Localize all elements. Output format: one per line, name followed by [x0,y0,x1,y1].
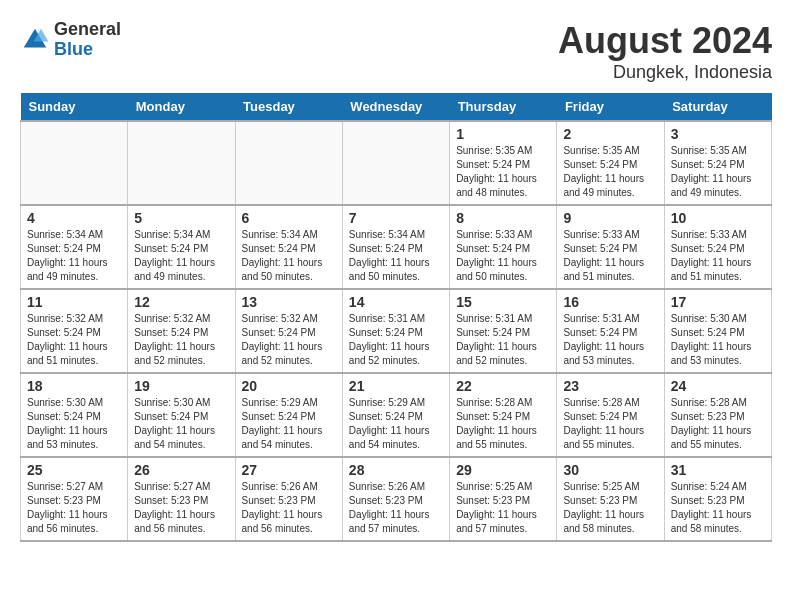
page-title: August 2024 [558,20,772,62]
day-info: Sunrise: 5:34 AM Sunset: 5:24 PM Dayligh… [134,228,228,284]
day-number: 6 [242,210,336,226]
day-info: Sunrise: 5:26 AM Sunset: 5:23 PM Dayligh… [349,480,443,536]
day-number: 22 [456,378,550,394]
calendar-table: SundayMondayTuesdayWednesdayThursdayFrid… [20,93,772,542]
calendar-week-row: 18Sunrise: 5:30 AM Sunset: 5:24 PM Dayli… [21,373,772,457]
day-number: 9 [563,210,657,226]
calendar-header-row: SundayMondayTuesdayWednesdayThursdayFrid… [21,93,772,121]
day-number: 2 [563,126,657,142]
day-info: Sunrise: 5:32 AM Sunset: 5:24 PM Dayligh… [134,312,228,368]
calendar-cell: 31Sunrise: 5:24 AM Sunset: 5:23 PM Dayli… [664,457,771,541]
calendar-cell [128,121,235,205]
calendar-day-header: Monday [128,93,235,121]
page-subtitle: Dungkek, Indonesia [558,62,772,83]
calendar-cell [21,121,128,205]
day-info: Sunrise: 5:30 AM Sunset: 5:24 PM Dayligh… [27,396,121,452]
day-info: Sunrise: 5:30 AM Sunset: 5:24 PM Dayligh… [134,396,228,452]
calendar-cell: 28Sunrise: 5:26 AM Sunset: 5:23 PM Dayli… [342,457,449,541]
calendar-cell: 21Sunrise: 5:29 AM Sunset: 5:24 PM Dayli… [342,373,449,457]
calendar-day-header: Saturday [664,93,771,121]
day-info: Sunrise: 5:28 AM Sunset: 5:23 PM Dayligh… [671,396,765,452]
day-info: Sunrise: 5:27 AM Sunset: 5:23 PM Dayligh… [27,480,121,536]
day-info: Sunrise: 5:25 AM Sunset: 5:23 PM Dayligh… [456,480,550,536]
logo-icon [20,25,50,55]
calendar-cell [235,121,342,205]
day-number: 26 [134,462,228,478]
calendar-cell: 13Sunrise: 5:32 AM Sunset: 5:24 PM Dayli… [235,289,342,373]
calendar-week-row: 11Sunrise: 5:32 AM Sunset: 5:24 PM Dayli… [21,289,772,373]
calendar-day-header: Sunday [21,93,128,121]
day-info: Sunrise: 5:34 AM Sunset: 5:24 PM Dayligh… [349,228,443,284]
day-number: 11 [27,294,121,310]
logo-general: General [54,20,121,40]
calendar-cell: 5Sunrise: 5:34 AM Sunset: 5:24 PM Daylig… [128,205,235,289]
calendar-cell: 1Sunrise: 5:35 AM Sunset: 5:24 PM Daylig… [450,121,557,205]
day-info: Sunrise: 5:31 AM Sunset: 5:24 PM Dayligh… [563,312,657,368]
calendar-cell: 3Sunrise: 5:35 AM Sunset: 5:24 PM Daylig… [664,121,771,205]
calendar-cell: 11Sunrise: 5:32 AM Sunset: 5:24 PM Dayli… [21,289,128,373]
day-number: 27 [242,462,336,478]
day-info: Sunrise: 5:25 AM Sunset: 5:23 PM Dayligh… [563,480,657,536]
day-info: Sunrise: 5:35 AM Sunset: 5:24 PM Dayligh… [456,144,550,200]
calendar-cell: 16Sunrise: 5:31 AM Sunset: 5:24 PM Dayli… [557,289,664,373]
logo: General Blue [20,20,121,60]
day-number: 5 [134,210,228,226]
day-info: Sunrise: 5:32 AM Sunset: 5:24 PM Dayligh… [242,312,336,368]
day-info: Sunrise: 5:27 AM Sunset: 5:23 PM Dayligh… [134,480,228,536]
calendar-cell: 6Sunrise: 5:34 AM Sunset: 5:24 PM Daylig… [235,205,342,289]
day-number: 24 [671,378,765,394]
day-number: 21 [349,378,443,394]
day-number: 29 [456,462,550,478]
calendar-cell: 15Sunrise: 5:31 AM Sunset: 5:24 PM Dayli… [450,289,557,373]
day-number: 28 [349,462,443,478]
day-info: Sunrise: 5:31 AM Sunset: 5:24 PM Dayligh… [456,312,550,368]
day-number: 3 [671,126,765,142]
calendar-cell: 9Sunrise: 5:33 AM Sunset: 5:24 PM Daylig… [557,205,664,289]
calendar-cell: 29Sunrise: 5:25 AM Sunset: 5:23 PM Dayli… [450,457,557,541]
calendar-day-header: Friday [557,93,664,121]
day-info: Sunrise: 5:32 AM Sunset: 5:24 PM Dayligh… [27,312,121,368]
day-number: 19 [134,378,228,394]
day-number: 10 [671,210,765,226]
logo-blue: Blue [54,40,121,60]
day-number: 13 [242,294,336,310]
day-info: Sunrise: 5:30 AM Sunset: 5:24 PM Dayligh… [671,312,765,368]
calendar-cell: 26Sunrise: 5:27 AM Sunset: 5:23 PM Dayli… [128,457,235,541]
day-number: 25 [27,462,121,478]
day-number: 15 [456,294,550,310]
day-info: Sunrise: 5:35 AM Sunset: 5:24 PM Dayligh… [563,144,657,200]
calendar-cell: 20Sunrise: 5:29 AM Sunset: 5:24 PM Dayli… [235,373,342,457]
calendar-cell: 27Sunrise: 5:26 AM Sunset: 5:23 PM Dayli… [235,457,342,541]
calendar-cell: 12Sunrise: 5:32 AM Sunset: 5:24 PM Dayli… [128,289,235,373]
calendar-day-header: Thursday [450,93,557,121]
calendar-cell: 30Sunrise: 5:25 AM Sunset: 5:23 PM Dayli… [557,457,664,541]
page-header: General Blue August 2024 Dungkek, Indone… [20,20,772,83]
calendar-week-row: 1Sunrise: 5:35 AM Sunset: 5:24 PM Daylig… [21,121,772,205]
day-info: Sunrise: 5:24 AM Sunset: 5:23 PM Dayligh… [671,480,765,536]
day-info: Sunrise: 5:33 AM Sunset: 5:24 PM Dayligh… [671,228,765,284]
day-number: 8 [456,210,550,226]
logo-text: General Blue [54,20,121,60]
day-number: 18 [27,378,121,394]
day-info: Sunrise: 5:33 AM Sunset: 5:24 PM Dayligh… [456,228,550,284]
calendar-cell: 10Sunrise: 5:33 AM Sunset: 5:24 PM Dayli… [664,205,771,289]
calendar-cell: 2Sunrise: 5:35 AM Sunset: 5:24 PM Daylig… [557,121,664,205]
day-info: Sunrise: 5:34 AM Sunset: 5:24 PM Dayligh… [27,228,121,284]
calendar-cell [342,121,449,205]
calendar-cell: 22Sunrise: 5:28 AM Sunset: 5:24 PM Dayli… [450,373,557,457]
day-info: Sunrise: 5:26 AM Sunset: 5:23 PM Dayligh… [242,480,336,536]
day-info: Sunrise: 5:34 AM Sunset: 5:24 PM Dayligh… [242,228,336,284]
day-number: 14 [349,294,443,310]
day-info: Sunrise: 5:33 AM Sunset: 5:24 PM Dayligh… [563,228,657,284]
calendar-day-header: Wednesday [342,93,449,121]
day-number: 4 [27,210,121,226]
day-info: Sunrise: 5:28 AM Sunset: 5:24 PM Dayligh… [456,396,550,452]
calendar-cell: 7Sunrise: 5:34 AM Sunset: 5:24 PM Daylig… [342,205,449,289]
calendar-day-header: Tuesday [235,93,342,121]
calendar-week-row: 25Sunrise: 5:27 AM Sunset: 5:23 PM Dayli… [21,457,772,541]
day-number: 7 [349,210,443,226]
day-info: Sunrise: 5:31 AM Sunset: 5:24 PM Dayligh… [349,312,443,368]
calendar-cell: 23Sunrise: 5:28 AM Sunset: 5:24 PM Dayli… [557,373,664,457]
calendar-cell: 4Sunrise: 5:34 AM Sunset: 5:24 PM Daylig… [21,205,128,289]
day-number: 17 [671,294,765,310]
